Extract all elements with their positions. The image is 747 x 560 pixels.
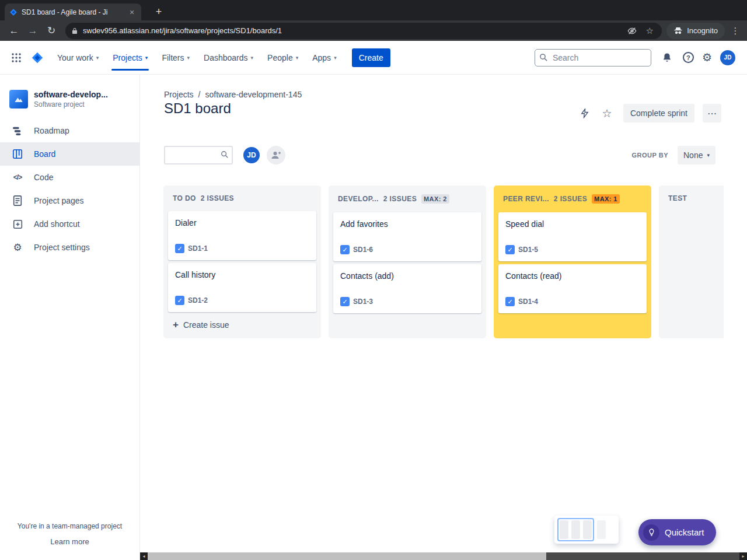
column-cards: Dialer ✓ SD1-1 Call history ✓ SD1-2 [163,209,321,312]
task-type-icon: ✓ [340,245,350,254]
user-avatar[interactable]: JD [720,50,735,65]
board-header-actions: ☆ Complete sprint ⋯ [575,104,721,123]
main-content: Projects / software-development-145 SD1 … [140,75,747,560]
chevron-down-icon: ▾ [187,55,190,61]
topnav-item-filters[interactable]: Filters ▾ [155,41,197,75]
complete-sprint-button[interactable]: Complete sprint [623,104,694,123]
notifications-icon[interactable] [659,50,675,65]
search-icon [221,150,229,161]
breadcrumb-projects-link[interactable]: Projects [164,90,194,99]
task-type-icon: ✓ [340,297,350,306]
reload-icon[interactable]: ↻ [43,23,60,39]
topnav-item-people[interactable]: People ▾ [260,41,305,75]
back-icon[interactable]: ← [6,23,22,39]
sidebar-item-board[interactable]: Board [0,142,139,166]
horizontal-scrollbar[interactable]: ◂ ▸ [140,552,747,560]
board-search [164,146,233,164]
group-by-control: GROUP BY None ▾ [632,146,715,164]
issue-key: SD1-4 [518,298,538,306]
lightbulb-icon [643,524,659,541]
column-peer-review: PEER REVI... 2 ISSUES MAX: 1 Speed dial … [494,186,651,338]
topnav-right: ? ⚙ JD [535,49,735,66]
scrollbar-left-arrow[interactable]: ◂ [140,552,148,560]
topnav-item-projects[interactable]: Projects ▾ [106,41,155,75]
issue-card[interactable]: Contacts (read) ✓ SD1-4 [498,264,647,313]
issue-key: SD1-6 [353,246,373,254]
topnav-item-dashboards[interactable]: Dashboards ▾ [197,41,260,75]
jira-favicon-icon [9,8,18,16]
breadcrumb-separator: / [198,90,201,99]
project-name: software-develop... [34,90,108,99]
lightning-icon[interactable] [575,104,594,123]
chevron-down-icon: ▾ [334,55,337,61]
create-issue-button[interactable]: + Create issue [168,316,316,334]
incognito-label: Incognito [687,26,718,35]
sidebar-item-project-settings[interactable]: ⚙ Project settings [0,236,139,259]
sidebar-item-project-pages[interactable]: Project pages [0,189,139,212]
add-people-icon[interactable] [267,146,285,164]
url-omnibox[interactable]: swdev956.atlassian.net/jira/software/pro… [65,23,662,39]
quickstart-spotlight-thumbnail [554,516,619,544]
forward-icon[interactable]: → [25,23,41,39]
sidebar-item-code[interactable]: </> Code [0,166,139,189]
project-avatar [9,90,28,108]
chevron-down-icon: ▾ [296,55,299,61]
topnav-item-your-work[interactable]: Your work ▾ [50,41,106,75]
new-tab-button[interactable]: + [151,4,167,20]
chevron-down-icon: ▾ [96,55,99,61]
board-toolbar: JD GROUP BY None ▾ [164,146,715,164]
help-icon[interactable]: ? [683,52,694,63]
roadmap-icon [11,126,25,135]
browser-tab[interactable]: SD1 board - Agile board - Ji × [5,4,141,20]
column-development: DEVELOP... 2 ISSUES MAX: 2 Add favorites… [329,186,486,338]
issue-key: SD1-3 [353,298,373,306]
max-limit-badge: MAX: 1 [592,194,620,204]
board-icon [11,149,25,159]
chevron-down-icon: ▾ [145,55,148,61]
board-member-avatar[interactable]: JD [242,146,261,164]
settings-gear-icon: ⚙ [11,242,25,254]
sidebar-item-add-shortcut[interactable]: Add shortcut [0,212,139,236]
gear-icon[interactable]: ⚙ [702,51,712,64]
incognito-icon [673,27,683,35]
issue-card[interactable]: Contacts (add) ✓ SD1-3 [333,264,481,313]
app-switcher-icon[interactable] [7,48,26,67]
max-limit-badge: MAX: 2 [421,194,449,204]
issue-card[interactable]: Speed dial ✓ SD1-5 [498,212,647,261]
column-header: TO DO 2 ISSUES [163,186,321,209]
search-icon [539,53,548,64]
browser-menu-icon[interactable]: ⋮ [728,23,742,39]
incognito-badge: Incognito [666,23,725,39]
more-actions-icon[interactable]: ⋯ [703,104,721,123]
task-type-icon: ✓ [505,245,515,254]
scrollbar-right-arrow[interactable]: ▸ [739,552,747,560]
url-text: swdev956.atlassian.net/jira/software/pro… [83,26,621,35]
scrollbar-thumb[interactable] [148,552,546,560]
issue-card[interactable]: Call history ✓ SD1-2 [168,263,316,312]
issue-key: SD1-1 [188,244,208,253]
quickstart-button[interactable]: Quickstart [638,519,716,545]
jira-logo-icon[interactable] [28,48,47,67]
issue-card[interactable]: Add favorites ✓ SD1-6 [333,212,481,261]
issue-card[interactable]: Dialer ✓ SD1-1 [168,211,316,260]
breadcrumb-project-link[interactable]: software-development-145 [205,90,302,99]
bookmark-star-icon[interactable]: ☆ [643,24,656,37]
eye-off-icon[interactable] [626,24,638,37]
jira-top-nav: Your work ▾ Projects ▾ Filters ▾ Dashboa… [0,41,747,75]
chevron-down-icon: ▾ [707,152,710,158]
tab-close-icon[interactable]: × [127,8,137,17]
learn-more-link[interactable]: Learn more [0,537,139,546]
sidebar-item-roadmap[interactable]: Roadmap [0,119,139,142]
global-search [535,49,651,66]
star-icon[interactable]: ☆ [598,104,616,123]
column-header: PEER REVI... 2 ISSUES MAX: 1 [494,186,651,210]
group-by-dropdown[interactable]: None ▾ [678,146,715,164]
topnav-item-apps[interactable]: Apps ▾ [305,41,343,75]
column-cards: Add favorites ✓ SD1-6 Contacts (add) ✓ S… [329,210,486,313]
project-sidebar: software-develop... Software project Roa… [0,75,140,560]
column-cards: Speed dial ✓ SD1-5 Contacts (read) ✓ SD1… [494,210,651,313]
column-test: TEST [659,186,724,338]
create-button[interactable]: Create [352,48,390,67]
spotlight-highlight-frame [557,518,594,541]
global-search-input[interactable] [535,49,651,66]
